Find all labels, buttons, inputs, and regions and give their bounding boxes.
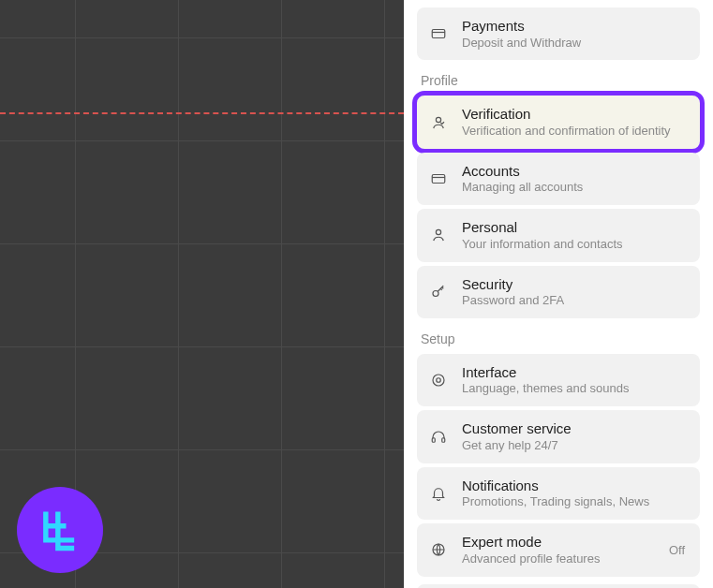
key-icon — [428, 284, 449, 301]
menu-item-verification[interactable]: Verification Verification and confirmati… — [417, 96, 700, 148]
menu-item-security[interactable]: Security Password and 2FA — [417, 266, 700, 318]
svg-rect-0 — [432, 30, 445, 38]
section-profile: Profile — [417, 64, 700, 92]
accounts-desc: Managing all accounts — [462, 180, 689, 196]
settings-panel: Payments Deposit and Withdraw Profile Ve… — [404, 0, 713, 588]
svg-point-6 — [433, 290, 438, 296]
section-setup: Setup — [417, 322, 700, 350]
notifications-desc: Promotions, Trading signals, News — [462, 494, 689, 510]
menu-item-personal[interactable]: Personal Your information and contacts — [417, 209, 700, 261]
interface-icon — [428, 372, 449, 389]
expert-desc: Advanced profile features — [462, 551, 656, 567]
headset-icon — [428, 429, 449, 446]
verification-title: Verification — [462, 105, 689, 124]
menu-item-customer-service[interactable]: Customer service Get any help 24/7 — [417, 410, 700, 463]
svg-rect-10 — [442, 437, 445, 442]
verification-icon — [428, 114, 449, 131]
verification-desc: Verification and confirmation of identit… — [462, 124, 689, 140]
payments-title: Payments — [462, 17, 689, 36]
person-icon — [428, 227, 449, 243]
security-title: Security — [462, 275, 689, 294]
menu-item-expert-mode[interactable]: Expert mode Advanced profile features Of… — [417, 523, 700, 576]
interface-title: Interface — [462, 363, 689, 382]
svg-point-5 — [436, 230, 440, 235]
security-desc: Password and 2FA — [462, 293, 689, 309]
globe-icon — [428, 541, 449, 558]
expert-status: Off — [669, 543, 689, 557]
menu-item-accounts[interactable]: Accounts Managing all accounts — [417, 153, 700, 205]
customer-title: Customer service — [462, 419, 689, 438]
menu-item-payments[interactable]: Payments Deposit and Withdraw — [417, 7, 700, 60]
logo-badge[interactable] — [17, 487, 103, 573]
canvas-area — [0, 0, 404, 588]
customer-desc: Get any help 24/7 — [462, 438, 689, 454]
personal-title: Personal — [462, 218, 689, 237]
notifications-title: Notifications — [462, 477, 689, 495]
menu-item-interface[interactable]: Interface Language, themes and sounds — [417, 354, 700, 406]
svg-point-8 — [437, 378, 441, 383]
svg-point-2 — [436, 117, 440, 122]
accounts-icon — [428, 170, 449, 187]
logo-icon — [36, 506, 84, 554]
accounts-title: Accounts — [462, 162, 689, 181]
menu-item-notifications[interactable]: Notifications Promotions, Trading signal… — [417, 467, 700, 520]
personal-desc: Your information and contacts — [462, 237, 689, 253]
card-icon — [428, 25, 449, 42]
interface-desc: Language, themes and sounds — [462, 381, 689, 397]
bell-icon — [428, 485, 449, 502]
svg-point-7 — [433, 375, 444, 386]
svg-rect-9 — [432, 437, 435, 442]
svg-rect-3 — [432, 174, 445, 183]
payments-desc: Deposit and Withdraw — [462, 36, 689, 51]
dashed-guideline — [0, 112, 404, 114]
expert-title: Expert mode — [462, 533, 656, 551]
menu-item-logout[interactable]: Logout — [417, 584, 700, 588]
